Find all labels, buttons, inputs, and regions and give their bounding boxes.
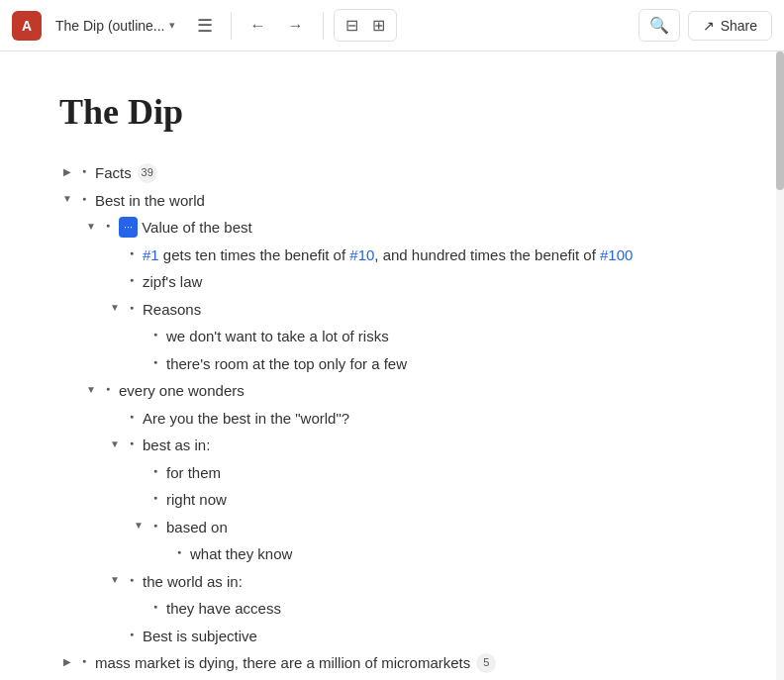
bullet-every-one (99, 378, 117, 400)
list-item: for them (59, 460, 725, 486)
toolbar-left: A The Dip (outline... ▾ ☰ ← → ⊟ ⊞ (12, 9, 631, 42)
toggle-based-on[interactable] (131, 515, 147, 536)
search-button[interactable]: 🔍 (638, 9, 680, 42)
bullet-reasons (123, 297, 141, 319)
bullet-mass-market (75, 650, 93, 672)
bullet-what-they-know (170, 541, 188, 563)
best-as-in-label: best as in: (143, 433, 210, 458)
outline-tree: Facts 39 Best in the world ··· Value of … (59, 160, 725, 676)
toolbar-divider (231, 12, 232, 40)
list-item: ··· Value of the best (59, 215, 725, 241)
are-you-best-label: Are you the best in the "world"? (143, 406, 349, 432)
link-100[interactable]: #100 (600, 246, 633, 263)
toggle-value-best[interactable] (83, 215, 99, 237)
facts-label: Facts (95, 160, 132, 186)
bullet-they-have-access (147, 596, 164, 618)
based-on-label: based on (166, 515, 228, 540)
toolbar: A The Dip (outline... ▾ ☰ ← → ⊟ ⊞ 🔍 ↗ Sh… (0, 0, 784, 51)
every-one-label: every one wonders (119, 378, 245, 404)
menu-button[interactable]: ☰ (189, 12, 221, 40)
list-item: they have access (59, 596, 725, 622)
toggle-reasons[interactable] (107, 297, 123, 319)
bullet-for-them (147, 460, 164, 482)
list-item: there's room at the top only for a few (59, 351, 725, 377)
bullet-world-as-in (123, 569, 141, 591)
toggle-every-one[interactable] (83, 378, 99, 400)
view-button-2[interactable]: ⊞ (367, 13, 390, 38)
toggle-mass-market[interactable] (59, 650, 75, 672)
mass-market-label: mass market is dying, there are a millio… (95, 650, 470, 676)
chevron-down-icon: ▾ (169, 19, 175, 32)
list-item: best as in: (59, 433, 725, 458)
list-item: zipf's law (59, 269, 725, 295)
app-icon: A (12, 11, 42, 41)
toggle-facts[interactable] (59, 160, 75, 182)
doc-title-button[interactable]: The Dip (outline... ▾ (49, 14, 181, 38)
what-they-know-label: what they know (190, 541, 292, 567)
scrollbar-track[interactable] (776, 51, 784, 680)
bullet-best-subjective (123, 624, 141, 645)
bullet-based-on (147, 515, 164, 536)
main-content: The Dip Facts 39 Best in the world ··· (0, 51, 784, 680)
view-buttons: ⊟ ⊞ (334, 9, 397, 42)
search-icon: 🔍 (649, 16, 669, 35)
mass-market-count-badge: 5 (476, 653, 496, 673)
zipf-label: zipf's law (143, 269, 202, 295)
toggle-best-in-world[interactable] (59, 188, 75, 210)
bullet-best-as-in (123, 433, 141, 454)
bullet-best-in-world (75, 188, 93, 210)
toolbar-divider-2 (323, 12, 324, 40)
doc-title-text: The Dip (outline... (55, 18, 165, 34)
scrollbar-thumb[interactable] (776, 51, 784, 190)
share-icon: ↗ (703, 18, 715, 34)
toolbar-right: 🔍 ↗ Share (638, 9, 772, 42)
best-is-subjective-label: Best is subjective (143, 624, 257, 649)
list-item: based on (59, 515, 725, 540)
bullet-right-now (147, 487, 164, 509)
facts-count-badge: 39 (138, 163, 157, 183)
list-item: Facts 39 (59, 160, 725, 186)
right-now-label: right now (166, 487, 227, 513)
share-label: Share (721, 18, 757, 34)
undo-button[interactable]: ← (242, 12, 275, 40)
redo-button[interactable]: → (279, 12, 313, 40)
bullet-facts (75, 160, 93, 182)
list-item: Reasons (59, 297, 725, 323)
list-item: we don't want to take a lot of risks (59, 324, 725, 349)
item-benefit-label: #1 gets ten times the benefit of #10, an… (143, 243, 633, 268)
best-in-world-label: Best in the world (95, 188, 205, 214)
bullet-reason1 (147, 324, 164, 345)
reasons-label: Reasons (143, 297, 201, 323)
value-of-best-label: Value of the best (142, 215, 251, 241)
bullet-item1 (123, 243, 141, 264)
bullet-are-you (123, 406, 141, 428)
bullet-zipf (123, 269, 141, 291)
share-button[interactable]: ↗ Share (688, 11, 772, 41)
world-as-in-label: the world as in: (143, 569, 243, 595)
list-item: what they know (59, 541, 725, 567)
list-item: Best is subjective (59, 624, 725, 649)
list-item: the world as in: (59, 569, 725, 595)
list-item: mass market is dying, there are a millio… (59, 650, 725, 676)
link-1[interactable]: #1 (143, 246, 159, 263)
reason1-label: we don't want to take a lot of risks (166, 324, 389, 349)
list-item: right now (59, 487, 725, 513)
toggle-world-as-in[interactable] (107, 569, 123, 591)
view-button-1[interactable]: ⊟ (341, 13, 363, 38)
toggle-best-as-in[interactable] (107, 433, 123, 454)
bullet-value-best (99, 215, 117, 237)
list-item: #1 gets ten times the benefit of #10, an… (59, 243, 725, 268)
reason2-label: there's room at the top only for a few (166, 351, 407, 377)
for-them-label: for them (166, 460, 221, 486)
value-badge: ··· (119, 217, 138, 238)
doc-title: The Dip (59, 91, 725, 133)
link-10[interactable]: #10 (349, 246, 374, 263)
list-item: every one wonders (59, 378, 725, 404)
bullet-reason2 (147, 351, 164, 373)
nav-buttons: ← → (242, 12, 313, 40)
list-item: Best in the world (59, 188, 725, 214)
they-have-access-label: they have access (166, 596, 281, 622)
list-item: Are you the best in the "world"? (59, 406, 725, 432)
